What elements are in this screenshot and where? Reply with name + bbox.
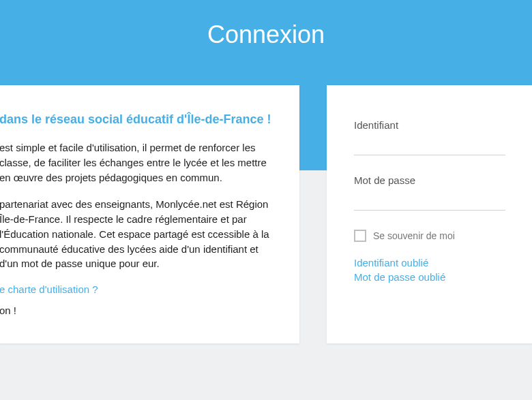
info-card: dans le réseau social éducatif d'Île-de-…: [0, 85, 299, 343]
info-closing: on !: [0, 305, 279, 316]
forgot-username-link[interactable]: Identifiant oublié: [354, 257, 505, 268]
username-field-wrapper: Identifiant: [354, 119, 505, 155]
username-label: Identifiant: [354, 119, 505, 131]
info-paragraph-2: partenariat avec des enseignants, Monlyc…: [0, 197, 279, 271]
remember-label: Se souvenir de moi: [373, 230, 455, 241]
login-card: Identifiant Mot de passe Se souvenir de …: [327, 85, 532, 343]
forgot-password-link[interactable]: Mot de passe oublié: [354, 271, 505, 283]
info-heading: dans le réseau social éducatif d'Île-de-…: [0, 112, 279, 127]
content-row: dans le réseau social éducatif d'Île-de-…: [0, 85, 532, 343]
password-label: Mot de passe: [354, 174, 505, 186]
charter-link[interactable]: e charte d'utilisation ?: [0, 283, 279, 295]
info-paragraph-1: est simple et facile d'utilisation, il p…: [0, 140, 279, 185]
page-title: Connexion: [0, 0, 532, 49]
username-input[interactable]: [354, 135, 505, 155]
password-input[interactable]: [354, 190, 505, 211]
remember-checkbox[interactable]: [354, 230, 366, 242]
password-field-wrapper: Mot de passe: [354, 174, 505, 211]
remember-row: Se souvenir de moi: [354, 230, 505, 242]
